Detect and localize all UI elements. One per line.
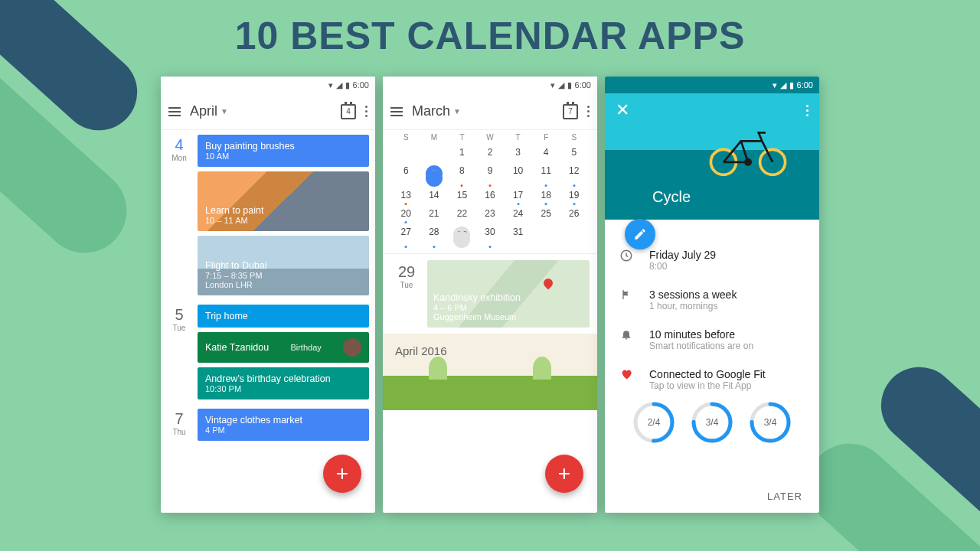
event-sub: Birthday [290, 343, 321, 352]
detail-row[interactable]: Connected to Google FitTap to view in th… [619, 368, 805, 391]
day-cell[interactable]: 27 [392, 223, 420, 247]
phone-row: ▾ ◢ ▮ 6:00 April ▼ 4 4MonBuy painting br… [161, 77, 819, 513]
add-event-fab[interactable]: + [545, 455, 583, 493]
month-banner: April 2016 [383, 334, 597, 410]
detail-title: Friday July 29 [649, 249, 716, 261]
day-cell[interactable]: 20 [392, 204, 420, 223]
weekday-label: W [476, 133, 505, 142]
day-cell[interactable]: 3 [504, 143, 532, 161]
event-title: Katie Tzanidou [205, 342, 269, 353]
month-selector[interactable]: April ▼ [190, 103, 332, 119]
day-cell [560, 223, 588, 247]
day-cell[interactable]: 5 [560, 143, 588, 161]
day-cell[interactable]: 18 [532, 186, 560, 204]
day-cell[interactable]: 15 [448, 186, 476, 204]
event-card[interactable]: Vintage clothes market4 PM [198, 409, 369, 441]
day-cell[interactable]: 8 [448, 161, 476, 186]
month-selector[interactable]: March ▼ [412, 103, 554, 119]
event-sub: 10:30 PM [205, 384, 361, 393]
day-cell[interactable]: 7 [420, 161, 449, 186]
event-title: Andrew's birthday celebration [205, 373, 361, 384]
day-cell[interactable]: 12 [560, 161, 588, 186]
day-cell[interactable]: 31 [504, 223, 532, 247]
day-cell[interactable]: 1 [448, 143, 476, 161]
day-cell[interactable]: 9 [476, 161, 505, 186]
svg-point-2 [745, 159, 750, 165]
day-number: 7 [164, 410, 194, 428]
detail-title: 3 sessions a week [649, 289, 737, 301]
day-cell[interactable]: 24 [504, 204, 532, 223]
event-title: Learn to paint [205, 205, 361, 216]
day-cell[interactable]: 26 [560, 204, 588, 223]
day-cell[interactable]: 13 [392, 186, 420, 204]
event-card[interactable]: Andrew's birthday celebration10:30 PM [198, 367, 369, 399]
chevron-down-icon: ▼ [220, 107, 228, 116]
event-card[interactable]: Buy painting brushes10 AM [198, 135, 369, 167]
weekday-row: SMTWTFS [383, 130, 597, 143]
svg-point-1 [760, 149, 786, 174]
event-sub: 10 – 11 AM [205, 216, 361, 225]
day-cell[interactable]: 21 [420, 204, 449, 223]
event-card[interactable]: Katie TzanidouBirthday [198, 332, 369, 363]
day-cell [532, 223, 560, 247]
day-cell [392, 143, 420, 161]
weekday-label: S [560, 133, 588, 142]
detail-title: Connected to Google Fit [649, 368, 766, 380]
day-cell[interactable]: 10 [504, 161, 532, 186]
status-bar: ▾ ◢ ▮ 6:00 [161, 77, 375, 93]
day-cell[interactable]: 16 [476, 186, 505, 204]
event-title: Buy painting brushes [205, 141, 361, 152]
detail-sub: 8:00 [649, 261, 716, 272]
agenda-day: 29 [390, 263, 423, 281]
edit-fab[interactable] [625, 219, 655, 249]
menu-icon[interactable] [390, 107, 403, 116]
avatar [343, 338, 361, 357]
menu-icon[interactable] [168, 107, 181, 116]
day-cell[interactable]: 4 [532, 143, 560, 161]
event-card[interactable]: Learn to paint10 – 11 AM [198, 171, 369, 231]
event-card[interactable]: Trip home [198, 305, 369, 328]
event-card[interactable]: Flight to Dubai7:15 – 8:35 PMLondon LHR [198, 236, 369, 295]
day-cell[interactable]: 11 [532, 161, 560, 186]
status-time: 6:00 [353, 80, 369, 90]
detail-row[interactable]: Friday July 298:00 [619, 249, 805, 272]
detail-row[interactable]: 10 minutes beforeSmart notifications are… [619, 328, 805, 351]
day-cell[interactable]: 14 [420, 186, 449, 204]
event-card[interactable]: Kandinsky exhibition 4 – 6 PM Guggenheim… [427, 260, 590, 328]
event-sub: 4 PM [205, 425, 361, 435]
day-cell[interactable]: 17 [504, 186, 532, 204]
heart-icon [619, 368, 634, 380]
day-number: 5 [164, 306, 194, 324]
more-icon[interactable] [587, 106, 590, 117]
day-cell[interactable]: 29 [448, 223, 476, 247]
day-cell[interactable]: 19 [560, 186, 588, 204]
day-cell[interactable]: 22 [448, 204, 476, 223]
weekday-label: T [448, 133, 476, 142]
day-cell[interactable]: 2 [476, 143, 505, 161]
event-time: 4 – 6 PM [433, 303, 583, 312]
today-icon[interactable]: 7 [563, 104, 578, 119]
later-button[interactable]: LATER [767, 491, 802, 502]
day-name: Mon [164, 154, 194, 162]
day-cell[interactable]: 30 [476, 223, 505, 247]
battery-icon: ▮ [567, 80, 572, 90]
today-icon[interactable]: 4 [341, 104, 356, 119]
detail-row[interactable]: 3 sessions a week1 hour, mornings [619, 289, 805, 311]
goal-title: Cycle [652, 188, 691, 206]
signal-icon: ◢ [780, 80, 786, 90]
day-cell[interactable]: 25 [532, 204, 560, 223]
signal-icon: ◢ [558, 80, 564, 90]
add-event-fab[interactable]: + [323, 455, 361, 493]
month-label: April [190, 103, 217, 119]
more-icon[interactable] [806, 105, 808, 116]
day-number: 4 [164, 136, 194, 154]
day-cell[interactable]: 6 [392, 161, 420, 186]
event-title: Trip home [205, 311, 361, 321]
more-icon[interactable] [365, 106, 368, 117]
day-cell[interactable]: 23 [476, 204, 505, 223]
app-bar: April ▼ 4 [161, 93, 375, 130]
day-cell[interactable]: 28 [420, 223, 449, 247]
phone-agenda: ▾ ◢ ▮ 6:00 April ▼ 4 4MonBuy painting br… [161, 77, 375, 513]
close-icon[interactable]: ✕ [616, 100, 629, 120]
status-time: 6:00 [575, 80, 591, 90]
